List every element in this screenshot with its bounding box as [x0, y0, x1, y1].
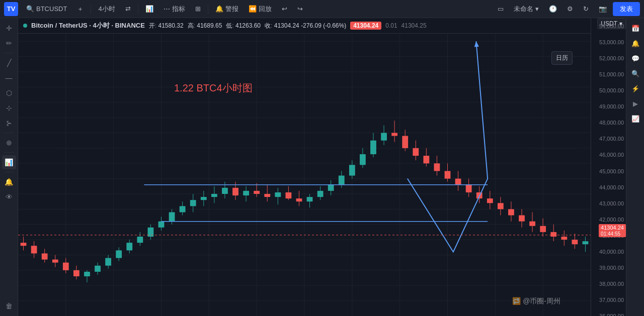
- high-value: 41689.65: [197, 22, 222, 29]
- price-level-43000: 43,000.00: [599, 200, 624, 206]
- price-change: -276.09 (-0.66%): [301, 22, 346, 29]
- symbol-label: BTCUSDT: [36, 5, 67, 13]
- clock-icon: 🕐: [549, 5, 557, 13]
- price-level-36000: 36,000.00: [599, 313, 624, 316]
- measure-btn[interactable]: ⊱: [2, 116, 16, 130]
- low-label: 低: 41263.60: [226, 22, 261, 30]
- symbol-search[interactable]: 🔍 BTCUSDT: [22, 3, 71, 15]
- ohlc-data: 开: 41580.32 高: 41689.65 低: 41263.60 收: 4…: [149, 22, 346, 30]
- replay-icon: ⏪: [249, 5, 257, 13]
- chart-canvas[interactable]: 1.22 BTC4小时图 🔁 @币圈-周州 日历: [18, 34, 591, 316]
- unnamed-strategy[interactable]: 未命名 ▾: [510, 3, 543, 16]
- price-level-46000: 46,000.00: [599, 152, 624, 158]
- search-data-btn[interactable]: 🔍: [628, 66, 642, 80]
- current-price-label: 41304.2401:44:55: [599, 224, 626, 237]
- trendline-btn[interactable]: ╱: [2, 56, 16, 70]
- camera-btn[interactable]: 📷: [595, 3, 611, 15]
- symbol-full[interactable]: Bitcoin / TetherUS · 4小时 · BINANCE: [31, 21, 145, 30]
- add-symbol-btn[interactable]: ＋: [73, 3, 88, 16]
- left-sep1: [4, 53, 14, 53]
- search-icon: 🔍: [26, 5, 34, 13]
- settings-btn[interactable]: ⚙: [563, 3, 577, 15]
- price-level-48000: 48,000.00: [599, 120, 624, 126]
- price-level-40000: 40,000.00: [599, 249, 624, 255]
- clock-btn[interactable]: 🕐: [545, 3, 561, 15]
- timeframe-btn[interactable]: 4小时: [94, 3, 119, 16]
- alert-tool-btn[interactable]: 🔔: [2, 175, 16, 189]
- open-value: 41580.32: [158, 22, 184, 29]
- divider1: [91, 4, 91, 14]
- trading-panel-btn[interactable]: 📊: [2, 155, 16, 169]
- trash-btn[interactable]: 🗑: [2, 299, 16, 313]
- price-level-52000: 52,000.00: [599, 55, 624, 61]
- price-level-37000: 37,000.00: [599, 297, 624, 303]
- templates-icon: ⊞: [195, 5, 201, 13]
- left-sep4: [4, 172, 14, 172]
- flash-btn[interactable]: ⚡: [628, 81, 642, 95]
- price-level-47000: 47,000.00: [599, 136, 624, 142]
- alert-icon: 🔔: [215, 5, 223, 13]
- play-btn[interactable]: ▶: [628, 96, 642, 111]
- main-content: ✛ ✏ ╱ ― ⬡ ⊹ ⊱ ⊕ 📊 🔔 👁 🗑 Bitcoin / Tether…: [0, 18, 644, 316]
- price-small: 0.01: [385, 22, 397, 29]
- publish-button[interactable]: 发表: [613, 2, 640, 16]
- plus-icon: ＋: [77, 5, 84, 14]
- price-scale: USDT ▾ 54,000.0053,000.0052,000.0051,000…: [591, 18, 626, 316]
- price-level-42000: 42,000.00: [599, 217, 624, 223]
- chart-area: Bitcoin / TetherUS · 4小时 · BINANCE 开: 41…: [18, 18, 591, 316]
- chart-type-btn[interactable]: 📊: [141, 3, 157, 15]
- zoom-btn[interactable]: ⊕: [2, 136, 16, 150]
- pencil-btn[interactable]: ✏: [2, 36, 16, 50]
- layout-icon: ▭: [498, 5, 504, 13]
- fib-btn[interactable]: ⊹: [2, 101, 16, 115]
- unnamed-label: 未命名: [514, 5, 533, 14]
- alert-btn[interactable]: 🔔 警报: [211, 3, 243, 16]
- chart-header: Bitcoin / TetherUS · 4小时 · BINANCE 开: 41…: [18, 18, 591, 34]
- compare-icon: ⇄: [125, 5, 131, 13]
- right-panel: 📅 🔔 💬 🔍 ⚡ ▶ 📈: [626, 18, 644, 316]
- tradingview-icon[interactable]: 📈: [628, 112, 642, 126]
- compare-btn[interactable]: ⇄: [121, 3, 135, 15]
- templates-btn[interactable]: ⊞: [191, 3, 205, 15]
- open-label: 开: 41580.32: [149, 22, 184, 30]
- eye-btn[interactable]: 👁: [2, 190, 16, 204]
- price-level-53000: 53,000.00: [599, 39, 624, 45]
- price-level-50000: 50,000.00: [599, 87, 624, 93]
- close-value: 41304.24: [274, 22, 299, 29]
- calendar-btn[interactable]: 📅: [628, 21, 642, 35]
- layout-btn[interactable]: ▭: [494, 3, 508, 15]
- divider3: [208, 4, 208, 14]
- chat-btn[interactable]: 💬: [628, 51, 642, 65]
- close-label: 收: 41304.24 -276.09 (-0.66%): [265, 22, 346, 30]
- main-chart: [18, 34, 591, 316]
- indicators-label: 指标: [172, 5, 185, 14]
- left-sep2: [4, 133, 14, 133]
- left-sep3: [4, 152, 14, 153]
- timeframe-label: 4小时: [98, 5, 115, 14]
- shapes-btn[interactable]: ⬡: [2, 86, 16, 100]
- price-level-54000: 54,000.00: [599, 23, 624, 29]
- calendar-popup: 日历: [551, 51, 573, 65]
- tv-logo[interactable]: TV: [4, 2, 18, 16]
- refresh-btn[interactable]: ↻: [579, 3, 593, 15]
- alerts-btn[interactable]: 🔔: [628, 36, 642, 50]
- redo-btn[interactable]: ↪: [293, 3, 307, 15]
- low-value: 41263.60: [235, 22, 261, 29]
- price-level-49000: 49,000.00: [599, 103, 624, 110]
- price-level-38000: 38,000.00: [599, 281, 624, 287]
- high-label: 高: 41689.65: [188, 22, 222, 30]
- toolbar-right: ▭ 未命名 ▾ 🕐 ⚙ ↻ 📷 发表: [494, 2, 640, 16]
- undo-btn[interactable]: ↩: [278, 3, 291, 15]
- indicators-icon: ⋯: [164, 5, 170, 13]
- symbol-dot: [23, 24, 27, 28]
- divider2: [138, 4, 138, 14]
- price-level-45000: 45,000.00: [599, 168, 624, 174]
- crosshair-btn[interactable]: ✛: [2, 21, 16, 35]
- undo-icon: ↩: [282, 5, 287, 13]
- replay-btn[interactable]: ⏪ 回放: [245, 3, 276, 16]
- price-level-39000: 39,000.00: [599, 265, 624, 271]
- indicators-btn[interactable]: ⋯ 指标: [159, 3, 189, 16]
- hline-btn[interactable]: ―: [2, 71, 16, 85]
- alert-label: 警报: [225, 5, 238, 14]
- refresh-icon: ↻: [583, 5, 589, 13]
